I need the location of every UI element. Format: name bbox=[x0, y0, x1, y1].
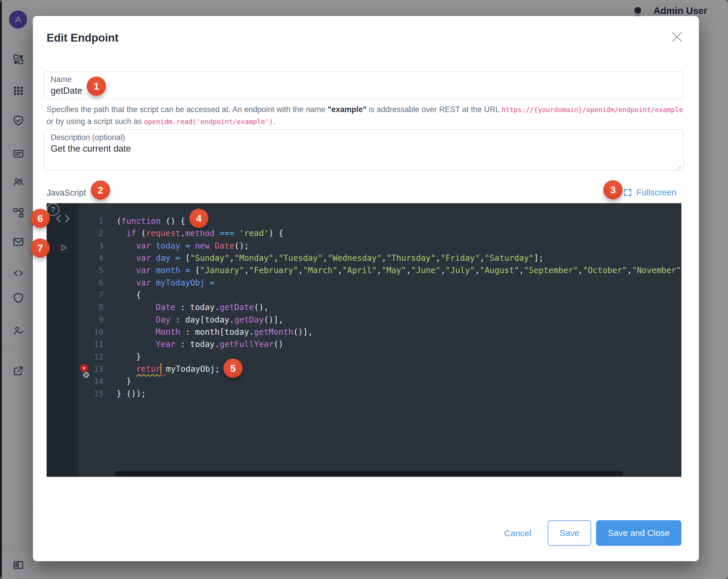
code-token bbox=[215, 229, 219, 238]
code-token bbox=[116, 327, 156, 337]
code-token: , bbox=[436, 253, 441, 263]
code-token: , bbox=[475, 265, 480, 275]
help-segment: "example" bbox=[328, 105, 367, 114]
callout-badge-5: 5 bbox=[223, 359, 242, 378]
code-token: "Saturday" bbox=[485, 253, 534, 263]
save-button[interactable]: Save bbox=[548, 520, 591, 546]
code-line[interactable]: if (request.method === 'read') { bbox=[116, 227, 681, 240]
edit-endpoint-modal: Edit Endpoint Name getDate Specifies the… bbox=[33, 16, 699, 561]
code-line[interactable]: var today = new Date(); bbox=[116, 240, 681, 252]
code-token: (), bbox=[254, 302, 269, 312]
help-segment: https://{yourdomain}/openidm/endpoint/ex… bbox=[502, 106, 683, 113]
line-number: 10 bbox=[79, 326, 103, 338]
language-label: JavaScript bbox=[47, 188, 86, 198]
line-number: 7 bbox=[79, 289, 103, 301]
code-token bbox=[180, 265, 185, 275]
code-token: "Sunday" bbox=[190, 253, 230, 263]
editor-code-icon[interactable] bbox=[55, 214, 71, 224]
save-and-close-button[interactable]: Save and Close bbox=[596, 520, 681, 546]
line-number: 4 bbox=[79, 252, 103, 264]
code-token bbox=[116, 265, 136, 275]
code-token: , bbox=[244, 265, 249, 275]
code-lines[interactable]: (function () { if (request.method === 'r… bbox=[116, 215, 681, 400]
code-token: "March" bbox=[303, 265, 338, 275]
code-token: "April" bbox=[342, 265, 377, 275]
code-line[interactable]: var myTodayObj = bbox=[116, 277, 681, 289]
close-icon[interactable] bbox=[670, 29, 685, 45]
code-line[interactable]: retur myTodayObj; bbox=[116, 363, 681, 375]
name-field-label: Name bbox=[51, 75, 72, 84]
fullscreen-button[interactable]: Fullscreen bbox=[623, 187, 676, 198]
cancel-button[interactable]: Cancel bbox=[496, 525, 539, 541]
code-token: : day[today. bbox=[171, 315, 234, 324]
code-token: : today. bbox=[175, 302, 219, 312]
code-token: "Tuesday" bbox=[278, 253, 323, 263]
code-token: Date bbox=[156, 302, 175, 312]
code-token: , bbox=[441, 265, 445, 275]
code-line[interactable]: } ()); bbox=[116, 388, 681, 400]
code-line[interactable]: var day = ["Sunday","Monday","Tuesday","… bbox=[116, 252, 681, 264]
code-token: myTodayObj bbox=[156, 278, 205, 288]
code-token: ]; bbox=[534, 253, 544, 263]
code-token: day bbox=[156, 253, 171, 263]
code-token bbox=[116, 302, 156, 312]
code-token bbox=[210, 241, 215, 251]
code-token: , bbox=[681, 265, 681, 275]
code-line[interactable]: Month : month[today.getMonth()], bbox=[116, 326, 681, 338]
editor-run-icon[interactable] bbox=[59, 243, 68, 254]
code-token: , bbox=[406, 265, 411, 275]
code-token: ) { bbox=[269, 229, 284, 238]
code-line[interactable]: { bbox=[116, 289, 681, 301]
code-line[interactable]: Year : today.getFullYear() bbox=[116, 338, 681, 350]
code-token: request bbox=[146, 229, 180, 238]
code-token: { bbox=[116, 290, 141, 300]
resize-handle[interactable] bbox=[676, 163, 681, 168]
code-line[interactable]: Day : day[today.getDay()], bbox=[116, 314, 681, 326]
code-line[interactable]: Date : today.getDate(), bbox=[116, 301, 681, 314]
code-token: getDay bbox=[234, 315, 264, 324]
code-token: ()], bbox=[264, 315, 283, 324]
code-token: (); bbox=[234, 241, 249, 251]
code-token bbox=[161, 364, 166, 374]
help-text: Specifies the path that the script can b… bbox=[47, 104, 686, 128]
code-token: : today. bbox=[175, 339, 219, 349]
code-token: "October" bbox=[583, 265, 627, 275]
description-field-value[interactable]: Get the current date bbox=[51, 143, 131, 154]
code-token: today bbox=[156, 241, 180, 251]
code-token bbox=[116, 241, 136, 251]
footer-divider bbox=[33, 505, 699, 505]
code-token: "September" bbox=[524, 265, 578, 275]
modal-title: Edit Endpoint bbox=[47, 32, 119, 44]
code-token bbox=[234, 229, 239, 238]
code-token: "Thursday" bbox=[386, 253, 436, 263]
code-token bbox=[116, 315, 156, 324]
code-line[interactable]: } bbox=[116, 351, 681, 363]
code-token: ()], bbox=[293, 327, 313, 337]
code-line[interactable]: } bbox=[116, 375, 681, 388]
fullscreen-label: Fullscreen bbox=[636, 187, 676, 198]
code-token: var bbox=[136, 265, 151, 275]
header-divider bbox=[33, 56, 699, 56]
name-field-value[interactable]: getDate bbox=[51, 85, 82, 96]
code-token: var bbox=[136, 241, 151, 251]
code-token: } ()); bbox=[116, 389, 146, 398]
callout-badge-2: 2 bbox=[91, 181, 110, 200]
code-token bbox=[116, 364, 136, 374]
description-field[interactable]: Description (optional) Get the current d… bbox=[44, 129, 683, 170]
code-token bbox=[180, 241, 185, 251]
callout-badge-1: 1 bbox=[87, 77, 106, 96]
code-token: [ bbox=[190, 265, 200, 275]
name-field[interactable]: Name getDate bbox=[44, 71, 683, 99]
code-editor[interactable]: ? 123456789101112131415 (function () { i… bbox=[47, 203, 681, 477]
code-token: method bbox=[185, 229, 215, 238]
code-token: . bbox=[180, 229, 185, 238]
code-token: "Wednesday" bbox=[328, 253, 382, 263]
code-line[interactable]: var month = ["January","February","March… bbox=[116, 264, 681, 277]
code-token bbox=[116, 278, 136, 288]
callout-badge-6: 6 bbox=[31, 209, 50, 228]
line-number: 9 bbox=[79, 314, 103, 326]
code-token: , bbox=[519, 265, 524, 275]
code-token: "January" bbox=[200, 265, 244, 275]
line-number: 15 bbox=[79, 388, 103, 400]
horizontal-scrollbar[interactable] bbox=[114, 471, 623, 476]
